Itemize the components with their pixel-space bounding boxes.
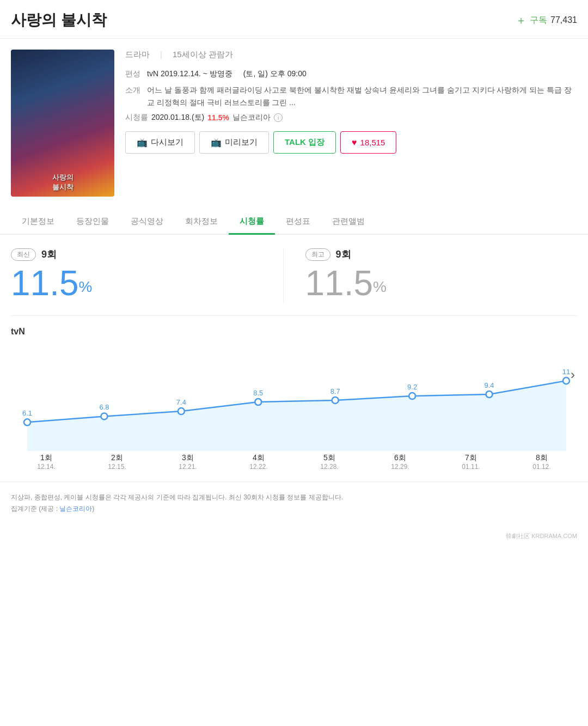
synopsis-text: 어느 날 돌풍과 함께 패러글라이딩 사고로 북한에 불시착한 재벌 상속녀 윤… [147,84,577,108]
tab-episode[interactable]: 회차정보 [174,210,229,235]
tab-basic[interactable]: 기본정보 [11,210,65,235]
chart-ep-label: 1회 [40,453,52,463]
svg-text:8.5: 8.5 [253,389,263,397]
rewatch-button[interactable]: 📺 다시보기 [125,131,195,154]
svg-text:9.2: 9.2 [407,383,417,392]
svg-point-12 [486,391,493,398]
rating-label: 시청률 [125,113,148,123]
chart-date-label: 12.15. [108,463,126,471]
chart-col: 3회12.21. [152,453,223,471]
chart-date-label: 12.21. [179,463,197,471]
preview-icon: 📺 [211,137,222,148]
rating-date: 2020.01.18.(토) [151,113,204,123]
current-rating: 11.5% [207,113,229,122]
talk-label: TALK 입장 [285,137,324,148]
genre-tag: 드라마 [125,50,150,60]
svg-point-8 [332,397,339,404]
rating-source: 닐슨코리아 [232,113,271,123]
latest-badge-row: 최신 9회 [11,248,283,261]
subscribe-button[interactable]: ＋ 구독 77,431 [516,13,577,28]
highest-ep: 9회 [336,248,351,261]
highest-rating-unit: % [373,278,387,295]
latest-rating-box: 최신 9회 11.5% [11,248,283,302]
chart-col: 7회01.11. [436,453,506,471]
svg-text:6.1: 6.1 [22,410,32,418]
tab-album[interactable]: 관련앨범 [321,210,376,235]
tab-video[interactable]: 공식영상 [120,210,174,235]
highest-value-row: 11.5% [305,264,578,302]
heart-icon: ♥ [352,138,357,148]
rating-row: 시청률 2020.01.18.(토) 11.5% 닐슨코리아 i [125,113,577,123]
subscribe-count: 77,431 [550,15,577,25]
preview-label: 미리보기 [225,137,258,148]
chart-wrapper: 6.16.87.48.58.79.29.411 › 1회12.14.2회12.1… [11,342,577,471]
chart-labels: 1회12.14.2회12.15.3회12.21.4회12.22.5회12.28.… [11,453,577,471]
genre-row: 드라마 ｜ 15세이상 관람가 [125,50,577,60]
chart-next-button[interactable]: › [568,365,577,385]
footer-note2-suffix: ) [92,505,94,513]
broadcast-value: tvN 2019.12.14. ~ 방영중 [147,68,232,80]
plus-icon: ＋ [516,13,526,28]
highest-rating-box: 최고 9회 11.5% [283,248,578,302]
chart-ep-label: 7회 [465,453,477,463]
poster-image: 사랑의불시착 [11,50,114,197]
broadcast-row: 편성 tvN 2019.12.14. ~ 방영중 (토, 일) 오후 09:00 [125,68,577,80]
chart-col: 4회12.22. [223,453,294,471]
show-info: 사랑의불시착 드라마 ｜ 15세이상 관람가 편성 tvN 2019.12.14… [0,39,588,197]
like-count: 18,515 [360,138,385,147]
chart-ep-label: 5회 [323,453,335,463]
chart-col: 6회12.29. [365,453,436,471]
chart-date-label: 01.11. [462,463,480,471]
chart-date-label: 12.22. [249,463,267,471]
chart-col: 2회12.15. [82,453,152,471]
info-icon[interactable]: i [274,113,283,122]
page-title: 사랑의 불시착 [11,10,107,30]
latest-badge: 최신 [11,248,36,261]
footer-note: 지상파, 종합편성, 케이블 시청률은 각각 제공사의 기준에 따라 집계됩니다… [0,481,588,527]
tab-cast[interactable]: 등장인물 [65,210,120,235]
chart-area: 6.16.87.48.58.79.29.411 [11,342,577,451]
chart-col: 1회12.14. [11,453,82,471]
svg-point-10 [409,393,415,400]
latest-ep: 9회 [41,248,57,261]
latest-value-row: 11.5% [11,264,283,302]
chart-col: 5회12.28. [294,453,365,471]
svg-text:7.4: 7.4 [176,399,186,407]
like-button[interactable]: ♥ 18,515 [340,131,396,154]
chart-col: 8회01.12. [506,453,577,471]
chart-ep-label: 6회 [394,453,406,463]
talk-button[interactable]: TALK 입장 [273,131,336,154]
poster-label: 사랑의불시착 [48,168,78,197]
chart-date-label: 12.14. [37,463,55,471]
broadcast-label: 편성 [125,68,143,80]
age-rating: 15세이상 관람가 [173,50,233,60]
broadcast-time: (토, 일) 오후 09:00 [243,68,307,80]
tab-schedule[interactable]: 편성표 [275,210,321,235]
footer-note2-prefix: 집계기준 (제공 : [11,505,59,513]
svg-point-0 [24,419,30,426]
preview-button[interactable]: 📺 미리보기 [199,131,269,154]
action-buttons: 📺 다시보기 📺 미리보기 TALK 입장 ♥ 18,515 [125,131,577,154]
chart-date-label: 01.12. [532,463,550,471]
site-credit: 韓劇社区 KRDRAMA.COM [0,527,588,546]
subscribe-label: 구독 [530,15,547,26]
nielsen-link[interactable]: 닐슨코리아 [59,505,92,513]
latest-rating-unit: % [79,278,93,295]
synopsis-label: 소개 [125,84,143,108]
highest-badge-row: 최고 9회 [305,248,578,261]
tab-nav: 기본정보 등장인물 공식영상 회차정보 시청률 편성표 관련앨범 [0,210,588,235]
chart-ep-label: 3회 [182,453,194,463]
ratings-top: 최신 9회 11.5% 최고 9회 11.5% [11,248,577,316]
footer-note1: 지상파, 종합편성, 케이블 시청률은 각각 제공사의 기준에 따라 집계됩니다… [11,493,577,502]
chart-ep-label: 2회 [111,453,123,463]
latest-rating-value: 11.5 [11,264,79,303]
tab-rating[interactable]: 시청률 [229,210,275,235]
svg-point-4 [178,408,185,415]
highest-badge: 최고 [305,248,330,261]
rewatch-icon: 📺 [137,137,148,148]
page-header: 사랑의 불시착 ＋ 구독 77,431 [0,0,588,39]
svg-text:6.8: 6.8 [99,404,109,412]
chart-svg: 6.16.87.48.58.79.29.411 [11,342,577,451]
svg-text:8.7: 8.7 [330,387,340,395]
svg-point-2 [101,413,107,420]
